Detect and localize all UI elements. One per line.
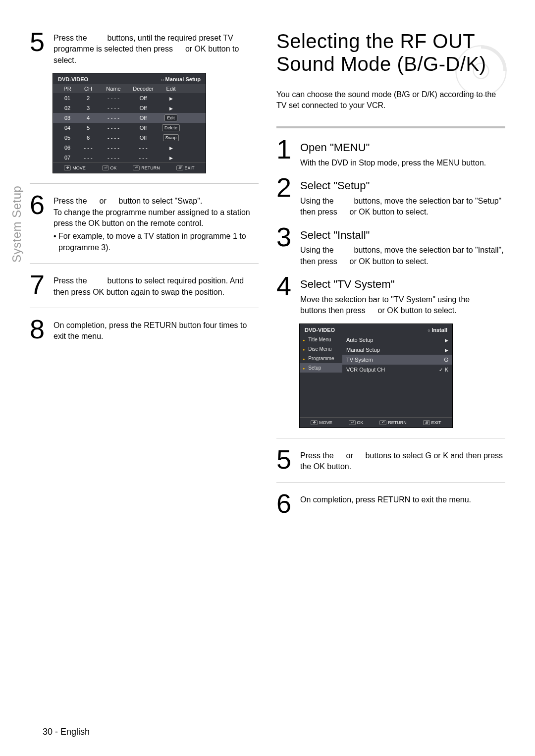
step-text: Select "TV System" Move the selection ba… bbox=[300, 274, 505, 317]
osd-row: 012- - - -Off bbox=[53, 93, 206, 103]
divider bbox=[30, 263, 259, 264]
divider bbox=[276, 438, 505, 438]
cell-name: - - - - bbox=[99, 105, 128, 111]
divider-thick bbox=[276, 126, 505, 128]
text: button to select "Swap". bbox=[116, 197, 202, 205]
text: Press the bbox=[300, 451, 336, 460]
cell-name: - - - - bbox=[99, 135, 128, 141]
step-heading: Open "MENU" bbox=[300, 140, 505, 156]
step-8: 8 On completion, press the RETURN button… bbox=[30, 317, 259, 342]
cell-decoder: - - - bbox=[128, 145, 158, 151]
sidebar-item: Setup bbox=[300, 363, 342, 373]
page-footer: 30 - English bbox=[43, 727, 90, 737]
osd-row: 06- - -- - - -- - - bbox=[53, 143, 206, 153]
disc-icon bbox=[454, 44, 508, 98]
col-ch: CH bbox=[78, 86, 99, 92]
step-2: 2 Select "Setup" Using the buttons, move… bbox=[276, 175, 505, 218]
divider bbox=[30, 308, 259, 308]
blank-icon bbox=[175, 45, 183, 53]
blank-icon bbox=[336, 451, 344, 460]
foot-move: ✥MOVE bbox=[311, 420, 332, 425]
text: - bbox=[53, 727, 60, 737]
blank-icon bbox=[355, 451, 363, 460]
step-number: 3 bbox=[276, 225, 300, 268]
step-number: 1 bbox=[276, 137, 300, 168]
osd-rows: 012- - - -Off023- - - -Off034- - - -OffE… bbox=[53, 93, 206, 162]
cell-pr: 06 bbox=[57, 145, 78, 151]
text: buttons then press bbox=[300, 306, 368, 315]
col-name: Name bbox=[99, 86, 128, 92]
cell-pr: 03 bbox=[57, 115, 78, 121]
text: Using the bbox=[300, 197, 336, 205]
blank-icon bbox=[336, 246, 352, 254]
edit-badge: Edit bbox=[164, 114, 177, 121]
osd-row: 07- - -- - - -- - - bbox=[53, 153, 206, 162]
blank-icon bbox=[336, 197, 352, 205]
row-label: Manual Setup bbox=[346, 347, 380, 353]
foot-return: ↶RETURN bbox=[379, 420, 407, 425]
text: To change the programme number assigned … bbox=[54, 207, 259, 229]
osd-columns: PR CH Name Decoder Edit bbox=[53, 84, 206, 93]
step-text: Press the or button to select "Swap". To… bbox=[54, 193, 259, 253]
step-3: 3 Select "Install" Using the buttons, mo… bbox=[276, 225, 505, 268]
step-4: 4 Select "TV System" Move the selection … bbox=[276, 274, 505, 317]
osd-title-left: DVD-VIDEO bbox=[58, 76, 88, 82]
value: G bbox=[444, 357, 448, 363]
sidebar-item: Title Menu bbox=[300, 335, 342, 344]
step-number: 8 bbox=[30, 317, 54, 342]
sidebar-item: Disc Menu bbox=[300, 344, 342, 354]
row-label: TV System bbox=[346, 357, 373, 363]
step-number: 7 bbox=[30, 272, 54, 298]
text: or OK button to select. bbox=[347, 257, 428, 266]
text: or OK button to select. bbox=[347, 208, 428, 216]
cell-decoder: - - - bbox=[128, 155, 158, 161]
cell-name: - - - - bbox=[99, 155, 128, 161]
cell-decoder: Off bbox=[128, 135, 158, 141]
step-number: 6 bbox=[276, 491, 300, 516]
page-content: 5 Press the buttons, until the required … bbox=[0, 0, 535, 542]
arrow-right-icon bbox=[169, 95, 173, 101]
step-text: Open "MENU" With the DVD in Stop mode, p… bbox=[300, 137, 505, 168]
cell-name: - - - - bbox=[99, 115, 128, 121]
bullet-text: • For example, to move a TV station in p… bbox=[54, 231, 259, 253]
blank-icon bbox=[89, 197, 97, 205]
blank-icon bbox=[89, 34, 105, 42]
cell-pr: 01 bbox=[57, 95, 78, 101]
osd-row: 023- - - -Off bbox=[53, 103, 206, 113]
step-text: Select "Setup" Using the buttons, move t… bbox=[300, 175, 505, 218]
bullet-icon bbox=[303, 365, 306, 371]
blank-icon bbox=[472, 295, 488, 304]
osd-main: Auto SetupManual SetupTV SystemGVCR Outp… bbox=[342, 335, 452, 417]
text: Press the bbox=[54, 276, 89, 285]
cell-name: - - - - bbox=[99, 125, 128, 131]
bullet-icon bbox=[303, 356, 306, 361]
arrow-right-icon bbox=[169, 145, 173, 151]
step-heading: Select "TV System" bbox=[300, 277, 505, 292]
move-icon: ✥ bbox=[311, 420, 318, 425]
text: Move the selection bar to "TV System" us… bbox=[300, 295, 472, 304]
exit-icon: ☰ bbox=[423, 420, 430, 425]
arrow-right-icon bbox=[445, 347, 448, 353]
cell-pr: 05 bbox=[57, 135, 78, 141]
blank-icon bbox=[339, 208, 347, 216]
step-heading: Select "Setup" bbox=[300, 178, 505, 194]
step-5: 5 Press the buttons, until the required … bbox=[30, 30, 259, 66]
col-edit: Edit bbox=[158, 86, 184, 92]
osd-footer: ✥MOVE ⏎OK ↶RETURN ☰EXIT bbox=[53, 162, 206, 173]
return-icon: ↶ bbox=[133, 165, 140, 170]
step-5b: 5 Press the or buttons to select G or K … bbox=[276, 447, 505, 473]
osd-header: DVD-VIDEO ○ Install bbox=[300, 324, 452, 335]
ok-icon: ⏎ bbox=[349, 420, 356, 425]
foot-ok: ⏎OK bbox=[349, 420, 364, 425]
text: With the DVD in Stop mode, press the MEN… bbox=[300, 159, 486, 167]
step-text: On completion, press RETURN to exit the … bbox=[300, 491, 505, 516]
divider bbox=[276, 482, 505, 483]
cell-decoder: Off bbox=[128, 95, 158, 101]
cell-pr: 04 bbox=[57, 125, 78, 131]
install-row: TV SystemG bbox=[342, 355, 452, 365]
row-label: Auto Setup bbox=[346, 337, 373, 343]
install-row: Auto Setup bbox=[342, 335, 452, 345]
row-label: VCR Output CH bbox=[346, 367, 385, 373]
step-6b: 6 On completion, press RETURN to exit th… bbox=[276, 491, 505, 516]
osd-title-right: ○ Install bbox=[428, 327, 447, 333]
